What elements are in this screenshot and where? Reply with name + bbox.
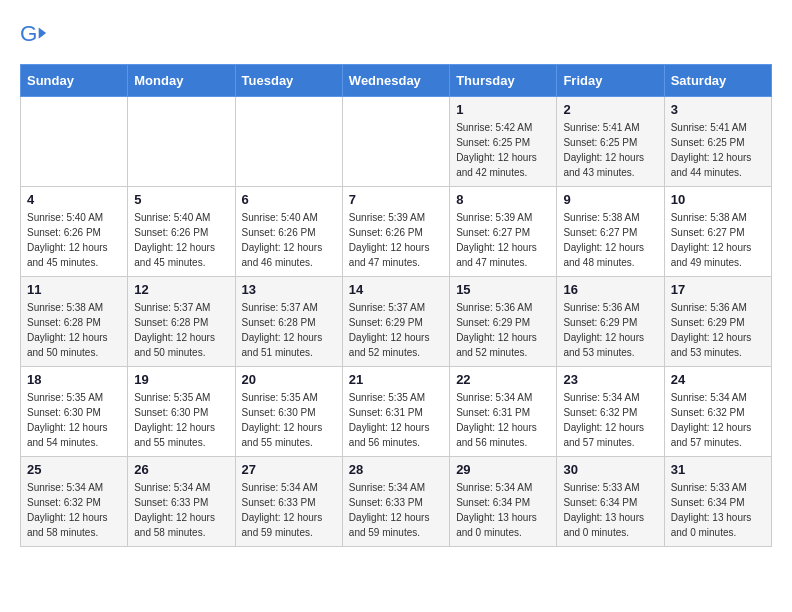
day-info: Sunrise: 5:38 AM Sunset: 6:28 PM Dayligh… bbox=[27, 300, 121, 360]
day-info: Sunrise: 5:33 AM Sunset: 6:34 PM Dayligh… bbox=[563, 480, 657, 540]
calendar-cell: 10Sunrise: 5:38 AM Sunset: 6:27 PM Dayli… bbox=[664, 187, 771, 277]
calendar-cell: 7Sunrise: 5:39 AM Sunset: 6:26 PM Daylig… bbox=[342, 187, 449, 277]
calendar-cell: 24Sunrise: 5:34 AM Sunset: 6:32 PM Dayli… bbox=[664, 367, 771, 457]
calendar-cell: 18Sunrise: 5:35 AM Sunset: 6:30 PM Dayli… bbox=[21, 367, 128, 457]
logo: G bbox=[20, 20, 50, 48]
calendar-cell bbox=[342, 97, 449, 187]
calendar-cell: 26Sunrise: 5:34 AM Sunset: 6:33 PM Dayli… bbox=[128, 457, 235, 547]
day-number: 20 bbox=[242, 372, 336, 387]
calendar-week-row: 25Sunrise: 5:34 AM Sunset: 6:32 PM Dayli… bbox=[21, 457, 772, 547]
day-info: Sunrise: 5:36 AM Sunset: 6:29 PM Dayligh… bbox=[563, 300, 657, 360]
day-number: 15 bbox=[456, 282, 550, 297]
calendar-week-row: 11Sunrise: 5:38 AM Sunset: 6:28 PM Dayli… bbox=[21, 277, 772, 367]
calendar-cell: 3Sunrise: 5:41 AM Sunset: 6:25 PM Daylig… bbox=[664, 97, 771, 187]
calendar-header-row: SundayMondayTuesdayWednesdayThursdayFrid… bbox=[21, 65, 772, 97]
day-number: 24 bbox=[671, 372, 765, 387]
day-number: 3 bbox=[671, 102, 765, 117]
header-thursday: Thursday bbox=[450, 65, 557, 97]
day-info: Sunrise: 5:35 AM Sunset: 6:30 PM Dayligh… bbox=[134, 390, 228, 450]
day-info: Sunrise: 5:37 AM Sunset: 6:28 PM Dayligh… bbox=[242, 300, 336, 360]
day-number: 17 bbox=[671, 282, 765, 297]
day-info: Sunrise: 5:40 AM Sunset: 6:26 PM Dayligh… bbox=[27, 210, 121, 270]
calendar-cell: 29Sunrise: 5:34 AM Sunset: 6:34 PM Dayli… bbox=[450, 457, 557, 547]
calendar-cell: 13Sunrise: 5:37 AM Sunset: 6:28 PM Dayli… bbox=[235, 277, 342, 367]
header-sunday: Sunday bbox=[21, 65, 128, 97]
header-tuesday: Tuesday bbox=[235, 65, 342, 97]
calendar-cell: 1Sunrise: 5:42 AM Sunset: 6:25 PM Daylig… bbox=[450, 97, 557, 187]
calendar-week-row: 18Sunrise: 5:35 AM Sunset: 6:30 PM Dayli… bbox=[21, 367, 772, 457]
day-number: 7 bbox=[349, 192, 443, 207]
day-info: Sunrise: 5:34 AM Sunset: 6:33 PM Dayligh… bbox=[134, 480, 228, 540]
calendar-cell: 15Sunrise: 5:36 AM Sunset: 6:29 PM Dayli… bbox=[450, 277, 557, 367]
day-number: 10 bbox=[671, 192, 765, 207]
calendar-cell: 6Sunrise: 5:40 AM Sunset: 6:26 PM Daylig… bbox=[235, 187, 342, 277]
day-info: Sunrise: 5:38 AM Sunset: 6:27 PM Dayligh… bbox=[671, 210, 765, 270]
day-info: Sunrise: 5:34 AM Sunset: 6:32 PM Dayligh… bbox=[563, 390, 657, 450]
calendar-cell bbox=[21, 97, 128, 187]
day-number: 6 bbox=[242, 192, 336, 207]
day-number: 14 bbox=[349, 282, 443, 297]
day-info: Sunrise: 5:36 AM Sunset: 6:29 PM Dayligh… bbox=[671, 300, 765, 360]
calendar-cell: 21Sunrise: 5:35 AM Sunset: 6:31 PM Dayli… bbox=[342, 367, 449, 457]
day-number: 28 bbox=[349, 462, 443, 477]
day-number: 4 bbox=[27, 192, 121, 207]
calendar-cell: 17Sunrise: 5:36 AM Sunset: 6:29 PM Dayli… bbox=[664, 277, 771, 367]
day-info: Sunrise: 5:37 AM Sunset: 6:28 PM Dayligh… bbox=[134, 300, 228, 360]
page-header: G bbox=[20, 20, 772, 48]
day-number: 29 bbox=[456, 462, 550, 477]
calendar-cell: 11Sunrise: 5:38 AM Sunset: 6:28 PM Dayli… bbox=[21, 277, 128, 367]
calendar-cell: 19Sunrise: 5:35 AM Sunset: 6:30 PM Dayli… bbox=[128, 367, 235, 457]
day-info: Sunrise: 5:42 AM Sunset: 6:25 PM Dayligh… bbox=[456, 120, 550, 180]
day-info: Sunrise: 5:34 AM Sunset: 6:34 PM Dayligh… bbox=[456, 480, 550, 540]
day-info: Sunrise: 5:41 AM Sunset: 6:25 PM Dayligh… bbox=[671, 120, 765, 180]
day-number: 9 bbox=[563, 192, 657, 207]
calendar-cell: 28Sunrise: 5:34 AM Sunset: 6:33 PM Dayli… bbox=[342, 457, 449, 547]
day-number: 22 bbox=[456, 372, 550, 387]
day-number: 18 bbox=[27, 372, 121, 387]
day-info: Sunrise: 5:34 AM Sunset: 6:31 PM Dayligh… bbox=[456, 390, 550, 450]
calendar-cell: 5Sunrise: 5:40 AM Sunset: 6:26 PM Daylig… bbox=[128, 187, 235, 277]
day-info: Sunrise: 5:41 AM Sunset: 6:25 PM Dayligh… bbox=[563, 120, 657, 180]
day-number: 11 bbox=[27, 282, 121, 297]
day-number: 21 bbox=[349, 372, 443, 387]
day-info: Sunrise: 5:34 AM Sunset: 6:32 PM Dayligh… bbox=[671, 390, 765, 450]
calendar-week-row: 4Sunrise: 5:40 AM Sunset: 6:26 PM Daylig… bbox=[21, 187, 772, 277]
day-info: Sunrise: 5:35 AM Sunset: 6:31 PM Dayligh… bbox=[349, 390, 443, 450]
day-number: 26 bbox=[134, 462, 228, 477]
calendar-cell: 16Sunrise: 5:36 AM Sunset: 6:29 PM Dayli… bbox=[557, 277, 664, 367]
day-number: 30 bbox=[563, 462, 657, 477]
calendar-cell: 9Sunrise: 5:38 AM Sunset: 6:27 PM Daylig… bbox=[557, 187, 664, 277]
calendar-week-row: 1Sunrise: 5:42 AM Sunset: 6:25 PM Daylig… bbox=[21, 97, 772, 187]
day-info: Sunrise: 5:34 AM Sunset: 6:32 PM Dayligh… bbox=[27, 480, 121, 540]
day-info: Sunrise: 5:38 AM Sunset: 6:27 PM Dayligh… bbox=[563, 210, 657, 270]
header-wednesday: Wednesday bbox=[342, 65, 449, 97]
day-info: Sunrise: 5:35 AM Sunset: 6:30 PM Dayligh… bbox=[27, 390, 121, 450]
header-monday: Monday bbox=[128, 65, 235, 97]
calendar-cell: 25Sunrise: 5:34 AM Sunset: 6:32 PM Dayli… bbox=[21, 457, 128, 547]
day-info: Sunrise: 5:36 AM Sunset: 6:29 PM Dayligh… bbox=[456, 300, 550, 360]
day-number: 31 bbox=[671, 462, 765, 477]
calendar-cell: 27Sunrise: 5:34 AM Sunset: 6:33 PM Dayli… bbox=[235, 457, 342, 547]
calendar-table: SundayMondayTuesdayWednesdayThursdayFrid… bbox=[20, 64, 772, 547]
calendar-cell: 8Sunrise: 5:39 AM Sunset: 6:27 PM Daylig… bbox=[450, 187, 557, 277]
day-info: Sunrise: 5:39 AM Sunset: 6:26 PM Dayligh… bbox=[349, 210, 443, 270]
day-info: Sunrise: 5:34 AM Sunset: 6:33 PM Dayligh… bbox=[242, 480, 336, 540]
calendar-cell: 23Sunrise: 5:34 AM Sunset: 6:32 PM Dayli… bbox=[557, 367, 664, 457]
calendar-cell: 20Sunrise: 5:35 AM Sunset: 6:30 PM Dayli… bbox=[235, 367, 342, 457]
day-info: Sunrise: 5:33 AM Sunset: 6:34 PM Dayligh… bbox=[671, 480, 765, 540]
logo-icon: G bbox=[20, 20, 48, 48]
header-saturday: Saturday bbox=[664, 65, 771, 97]
day-number: 23 bbox=[563, 372, 657, 387]
day-info: Sunrise: 5:34 AM Sunset: 6:33 PM Dayligh… bbox=[349, 480, 443, 540]
day-number: 19 bbox=[134, 372, 228, 387]
calendar-cell: 4Sunrise: 5:40 AM Sunset: 6:26 PM Daylig… bbox=[21, 187, 128, 277]
calendar-cell: 30Sunrise: 5:33 AM Sunset: 6:34 PM Dayli… bbox=[557, 457, 664, 547]
day-number: 25 bbox=[27, 462, 121, 477]
calendar-cell: 14Sunrise: 5:37 AM Sunset: 6:29 PM Dayli… bbox=[342, 277, 449, 367]
day-info: Sunrise: 5:40 AM Sunset: 6:26 PM Dayligh… bbox=[242, 210, 336, 270]
calendar-cell: 2Sunrise: 5:41 AM Sunset: 6:25 PM Daylig… bbox=[557, 97, 664, 187]
day-info: Sunrise: 5:35 AM Sunset: 6:30 PM Dayligh… bbox=[242, 390, 336, 450]
day-number: 8 bbox=[456, 192, 550, 207]
day-number: 16 bbox=[563, 282, 657, 297]
day-number: 27 bbox=[242, 462, 336, 477]
